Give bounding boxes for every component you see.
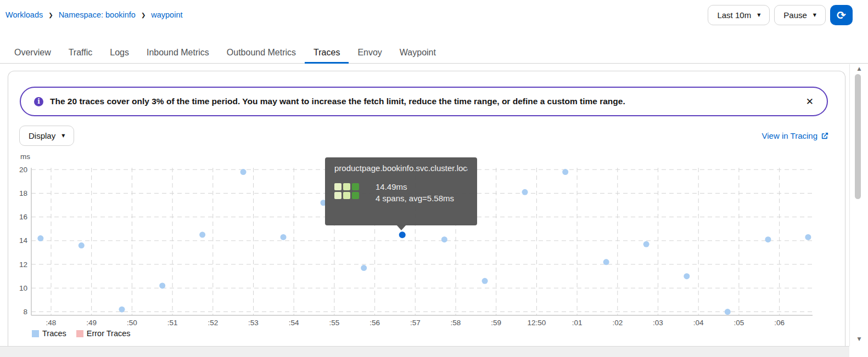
alert-message: The 20 traces cover only 3% of the time … <box>50 97 625 106</box>
refresh-interval-label: Pause <box>783 10 807 20</box>
trace-point[interactable] <box>119 307 125 313</box>
x-tick-label: :01 <box>572 319 583 327</box>
heatmap-cell <box>343 183 350 190</box>
trace-point[interactable] <box>562 169 568 175</box>
y-tick-label: 10 <box>19 284 27 292</box>
x-tick-label: :54 <box>289 319 299 327</box>
selected-trace-point[interactable] <box>399 231 406 238</box>
alert-close-button[interactable]: ✕ <box>806 96 814 107</box>
x-tick-label: :55 <box>329 319 340 327</box>
x-tick-label: :49 <box>86 319 97 327</box>
breadcrumb-link-workloads[interactable]: Workloads <box>5 10 43 19</box>
chevron-right-icon: ❯ <box>48 12 53 18</box>
breadcrumb-link-namespace[interactable]: Namespace: bookinfo <box>59 10 136 19</box>
vertical-scrollbar: ▲ ▼ <box>849 64 868 346</box>
tab-logs[interactable]: Logs <box>101 43 138 64</box>
tab-traffic[interactable]: Traffic <box>60 43 102 64</box>
breadcrumb-link-workload[interactable]: waypoint <box>151 10 182 19</box>
trace-tooltip: productpage.bookinfo.svc.cluster.local:.… <box>325 157 477 225</box>
x-tick-label: 12:50 <box>528 319 546 327</box>
trace-point[interactable] <box>361 265 367 271</box>
y-tick-label: 18 <box>19 189 27 197</box>
trace-point[interactable] <box>240 169 247 175</box>
x-tick-label: :03 <box>653 319 663 327</box>
view-in-tracing-label: View in Tracing <box>762 131 817 140</box>
traces-info-alert: i The 20 traces cover only 3% of the tim… <box>20 87 828 116</box>
workload-tabs: Overview Traffic Logs Inbound Metrics Ou… <box>0 43 868 64</box>
trace-point[interactable] <box>482 278 488 284</box>
trace-point[interactable] <box>603 259 609 265</box>
x-tick-label: :57 <box>410 319 421 327</box>
tab-outbound-metrics[interactable]: Outbound Metrics <box>218 43 305 64</box>
trace-point[interactable] <box>37 235 43 241</box>
refresh-button[interactable]: ⟳ <box>830 5 853 25</box>
legend-label: Error Traces <box>87 329 131 338</box>
scrollbar-thumb[interactable] <box>855 74 861 199</box>
x-tick-label: :53 <box>248 319 259 327</box>
heatmap-cell <box>334 183 341 190</box>
tab-overview[interactable]: Overview <box>5 43 60 64</box>
y-tick-label: 20 <box>19 166 27 174</box>
trace-point[interactable] <box>765 236 771 242</box>
duration-dropdown[interactable]: Last 10m ▼ <box>708 5 770 25</box>
heatmap-cell <box>334 192 341 199</box>
breadcrumb: Workloads ❯ Namespace: bookinfo ❯ waypoi… <box>5 10 183 19</box>
x-tick-label: :58 <box>451 319 461 327</box>
caret-down-icon: ▼ <box>61 133 65 138</box>
display-dropdown-label: Display <box>29 131 55 140</box>
x-tick-label: :56 <box>369 319 380 327</box>
tab-inbound-metrics[interactable]: Inbound Metrics <box>138 43 218 64</box>
page-bottom-strip <box>0 346 849 357</box>
x-tick-label: :48 <box>46 319 57 327</box>
refresh-interval-dropdown[interactable]: Pause ▼ <box>774 5 826 25</box>
display-dropdown[interactable]: Display ▼ <box>19 126 74 146</box>
trace-point[interactable] <box>522 189 528 195</box>
trace-point[interactable] <box>441 236 447 242</box>
x-tick-label: :51 <box>167 319 178 327</box>
x-tick-label: :59 <box>491 319 501 327</box>
tab-waypoint[interactable]: Waypoint <box>391 43 445 64</box>
duration-dropdown-label: Last 10m <box>717 10 751 20</box>
chevron-right-icon: ❯ <box>141 12 145 18</box>
x-tick-label: :02 <box>612 319 623 327</box>
tooltip-pointer <box>396 225 406 230</box>
trace-point[interactable] <box>79 242 85 248</box>
tab-envoy[interactable]: Envoy <box>349 43 390 64</box>
trace-point[interactable] <box>281 234 287 240</box>
tab-traces[interactable]: Traces <box>305 43 349 64</box>
legend-swatch <box>32 330 39 337</box>
info-icon: i <box>34 97 43 106</box>
legend-swatch <box>76 330 83 337</box>
y-tick-label: 16 <box>19 213 27 221</box>
trace-point[interactable] <box>725 309 731 315</box>
trace-point[interactable] <box>199 232 205 238</box>
y-axis-unit-label: ms <box>20 152 30 161</box>
trace-point[interactable] <box>805 234 811 240</box>
trace-spans-summary: 4 spans, avg=5.58ms <box>376 192 454 204</box>
caret-down-icon: ▼ <box>813 13 816 18</box>
trace-point[interactable] <box>643 241 649 247</box>
trace-duration-value: 14.49ms <box>376 181 454 192</box>
trace-tooltip-title: productpage.bookinfo.svc.cluster.local:.… <box>334 163 468 173</box>
x-tick-label: :52 <box>208 319 218 327</box>
x-tick-label: :06 <box>774 319 785 327</box>
trace-point[interactable] <box>159 282 165 288</box>
scroll-up-icon[interactable]: ▲ <box>854 66 864 71</box>
heatmap-cell <box>352 192 359 199</box>
sync-icon: ⟳ <box>837 9 846 22</box>
scroll-down-icon[interactable]: ▼ <box>854 336 864 342</box>
traces-page: Workloads ❯ Namespace: bookinfo ❯ waypoi… <box>0 0 868 357</box>
y-tick-label: 14 <box>19 236 28 245</box>
legend-item: Traces <box>32 329 66 338</box>
heatmap-cell <box>343 192 350 199</box>
time-toolbar: Last 10m ▼ Pause ▼ ⟳ <box>708 5 853 25</box>
legend-label: Traces <box>42 329 66 338</box>
trace-point[interactable] <box>684 273 690 279</box>
view-in-tracing-link[interactable]: View in Tracing <box>762 131 829 140</box>
y-tick-label: 12 <box>19 260 27 269</box>
y-tick-label: 8 <box>23 308 27 316</box>
x-tick-label: :50 <box>127 319 137 327</box>
x-tick-label: :04 <box>693 319 704 327</box>
legend-item: Error Traces <box>76 329 131 338</box>
chart-legend: TracesError Traces <box>32 329 131 338</box>
